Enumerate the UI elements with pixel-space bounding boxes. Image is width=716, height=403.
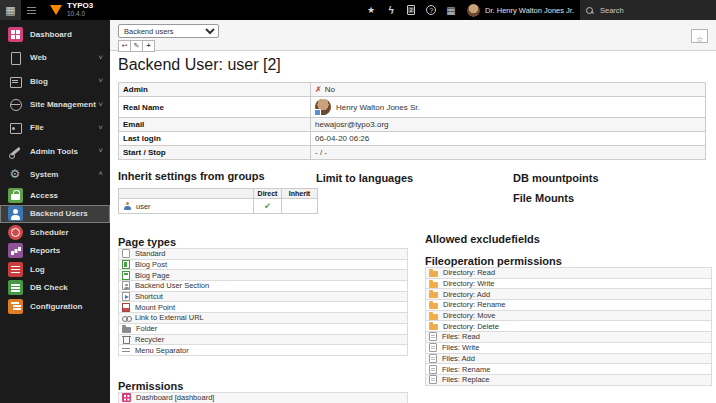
chevron-icon (98, 170, 103, 178)
group-name-cell: user (119, 199, 254, 214)
fileops-list: Directory: Read Directory: Write Directo… (425, 268, 712, 386)
typo3-logo[interactable]: TYPO3 10.4.0 (50, 2, 93, 18)
new-record-button[interactable] (142, 40, 155, 52)
open-documents-button[interactable]: 2 (401, 0, 421, 20)
sidebar-item-label: DB Check (30, 283, 68, 292)
directory-icon (429, 324, 438, 330)
module-select[interactable]: Backend users (118, 24, 219, 38)
main-content: Backend users Backend User: user [2] Adm… (110, 20, 716, 403)
sidebar-item[interactable]: Site Management (0, 93, 110, 116)
user-group-icon (122, 201, 132, 211)
table-row: Last login 06-04-20 06:26 (119, 132, 706, 146)
module-menu-button[interactable]: ▦ (0, 0, 21, 20)
document-icon: 2 (407, 5, 415, 15)
sidebar-item[interactable]: Configuration (0, 297, 110, 316)
detail-label: Last login (119, 132, 311, 146)
clear-cache-button[interactable]: ϟ (381, 0, 401, 20)
sidebar-item-label: Reports (30, 246, 60, 255)
module-menu-icon: ▦ (5, 5, 15, 16)
list-item: Menu Separator (118, 344, 408, 356)
sidebar-item[interactable]: Access (0, 186, 110, 205)
user-photo-avatar (315, 99, 331, 115)
detail-label: Start / Stop (119, 146, 311, 160)
sidebar-item[interactable]: DB Check (0, 279, 110, 298)
detail-label: Real Name (119, 97, 311, 118)
list-item-label: Directory: Write (443, 279, 495, 288)
sidebar-item[interactable]: Admin Tools (0, 139, 110, 162)
filedoc-icon (429, 365, 437, 374)
filedoc-icon (429, 332, 437, 341)
user-avatar (467, 4, 480, 17)
groups-header-direct: Direct (254, 189, 282, 199)
list-item-label: Blog Post (135, 260, 167, 269)
groups-section-title: Inherit settings from groups (118, 170, 265, 182)
sitemanagement-icon (8, 97, 23, 112)
dashboard-module-icon (122, 393, 131, 402)
topbar: ▦ TYPO3 10.4.0 ★ ϟ 2 ? ▦ Dr. Henry Walto… (0, 0, 716, 20)
mountpoint-page-icon (122, 303, 130, 312)
sidebar-item[interactable]: Backend Users (0, 205, 110, 224)
directory-icon (429, 314, 438, 320)
permissions-title: Permissions (118, 380, 183, 392)
blog-icon (8, 74, 23, 89)
list-item-label: Directory: Add (443, 290, 490, 299)
dashboard-icon (8, 27, 23, 42)
backendusers-icon (8, 206, 23, 221)
pagetree-toggle-button[interactable] (21, 0, 42, 20)
shortcut-page-icon (122, 292, 130, 301)
modules-overview-button[interactable]: ▦ (441, 0, 461, 20)
table-row: Admin ✗No (119, 83, 706, 97)
access-icon (8, 188, 23, 203)
sidebar-item-label: Backend Users (30, 209, 88, 218)
bookmark-page-button[interactable] (691, 29, 708, 43)
log-icon (8, 262, 23, 277)
realname-value: Henry Walton Jones Sr. (336, 103, 420, 112)
blogpage-page-icon (122, 271, 130, 280)
user-menu[interactable]: Dr. Henry Walton Jones Jr. (461, 0, 580, 20)
list-item-label: Directory: Rename (443, 300, 506, 309)
help-button[interactable]: ? (421, 0, 441, 20)
user-details-table: Admin ✗No Real Name Henry Walton Jones S… (118, 82, 706, 160)
list-item-label: Directory: Read (443, 268, 495, 277)
startstop-value: - / - (311, 146, 706, 160)
sidebar-item[interactable]: Scheduler (0, 223, 110, 242)
besection-page-icon (122, 281, 130, 290)
group-inherit-cell (282, 199, 318, 214)
list-item-label: Files: Replace (442, 375, 490, 384)
sidebar-item[interactable]: Reports (0, 242, 110, 261)
sidebar-item-label: System (30, 170, 58, 179)
directory-icon (429, 282, 438, 288)
search-input[interactable] (598, 5, 698, 16)
list-item-label: Standard (135, 249, 165, 258)
filedoc-icon (429, 343, 437, 352)
list-item: Files: Replace (425, 374, 712, 386)
list-item-label: Files: Add (442, 354, 475, 363)
bookmark-button[interactable]: ★ (361, 0, 381, 20)
system-icon (8, 167, 23, 182)
logo-title: TYPO3 (67, 2, 93, 10)
star-icon: ★ (367, 5, 375, 15)
sidebar-item[interactable]: Dashboard (0, 23, 110, 46)
excludefields-title: Allowed excludefields (425, 233, 540, 245)
chevron-icon (98, 54, 103, 62)
sidebar-item-label: File (30, 123, 44, 132)
configuration-icon (8, 299, 23, 314)
page-types-list: Standard Blog Post Blog Page Backend Use… (118, 249, 408, 356)
typo3-backend: { "topbar": { "logo": { "title": "TYPO3"… (0, 0, 716, 403)
sidebar-item[interactable]: Log (0, 260, 110, 279)
folder-page-icon (122, 327, 131, 333)
table-row: Real Name Henry Walton Jones Sr. (119, 97, 706, 118)
sidebar-item[interactable]: Web (0, 46, 110, 69)
sidebar-item[interactable]: File (0, 116, 110, 139)
groups-header-row: Direct Inherit (119, 189, 318, 199)
sidebar-item[interactable]: Blog (0, 70, 110, 93)
admintools-icon (8, 144, 23, 159)
docheader: Backend users (110, 20, 716, 51)
filedoc-icon (429, 354, 437, 363)
list-item: Dashboard [dashboard] (118, 392, 408, 403)
topbar-search[interactable] (580, 0, 716, 20)
opendocs-badge: 2 (408, 7, 414, 13)
sidebar-item[interactable]: System (0, 163, 110, 186)
detail-label: Admin (119, 83, 311, 97)
lastlogin-value: 06-04-20 06:26 (311, 132, 706, 146)
